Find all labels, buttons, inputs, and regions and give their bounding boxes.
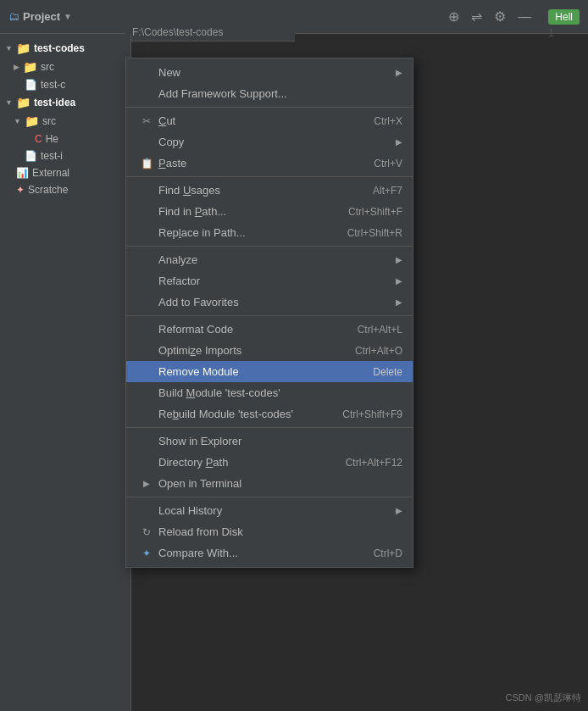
menu-item-show-in-explorer[interactable]: Show in Explorer	[126, 430, 413, 452]
terminal-icon: ▶	[140, 479, 153, 488]
menu-item-add-framework[interactable]: Add Framework Support...	[126, 83, 413, 104]
menu-label: Optimize Imports	[158, 344, 241, 357]
paste-shortcut: Ctrl+V	[374, 158, 402, 169]
menu-label: Add to Favorites	[158, 296, 239, 308]
hello-badge[interactable]: Hell	[548, 9, 580, 25]
find-usages-shortcut: Alt+F7	[373, 185, 402, 197]
sidebar-item-test-idea[interactable]: ▼ 📁 test-idea	[0, 93, 130, 112]
paste-icon: 📋	[140, 158, 153, 169]
sidebar-item-he[interactable]: C He	[0, 131, 130, 147]
menu-label: Find in Path...	[158, 205, 226, 218]
submenu-arrow: ▶	[396, 68, 402, 77]
menu-item-cut[interactable]: ✂ Cut Ctrl+X	[126, 110, 413, 131]
sidebar-item-src2[interactable]: ▼ 📁 src	[0, 112, 130, 131]
menu-item-paste[interactable]: 📋 Paste Ctrl+V	[126, 153, 413, 174]
sidebar-item-test-c[interactable]: 📄 test-c	[0, 76, 130, 93]
expand-arrow: ▼	[5, 98, 13, 107]
menu-label: Rebuild Module 'test-codes'	[158, 408, 293, 420]
submenu-arrow: ▶	[396, 297, 402, 307]
sidebar-label: He	[46, 133, 58, 145]
header-icons: ⊕ ⇌ ⚙ — Hell	[448, 8, 580, 25]
library-icon: 📊	[16, 167, 29, 179]
cut-icon: ✂	[140, 115, 153, 127]
header-dropdown-icon[interactable]: ▼	[64, 12, 72, 21]
menu-item-replace-in-path[interactable]: Replace in Path... Ctrl+Shift+R	[126, 222, 413, 243]
separator-3	[126, 246, 413, 247]
menu-item-build-module[interactable]: Build Module 'test-codes'	[126, 382, 413, 403]
target-icon[interactable]: ⊕	[448, 8, 459, 25]
folder-icon: 📁	[23, 60, 37, 74]
menu-label: Cut	[158, 114, 175, 127]
sidebar-label: test-codes	[34, 42, 85, 54]
menu-item-optimize-imports[interactable]: Optimize Imports Ctrl+Alt+O	[126, 340, 413, 361]
menu-item-compare-with[interactable]: ✦ Compare With... Ctrl+D	[126, 542, 413, 564]
minimize-icon[interactable]: —	[518, 9, 531, 25]
compare-shortcut: Ctrl+D	[374, 547, 402, 559]
menu-item-reload-from-disk[interactable]: ↻ Reload from Disk	[126, 521, 413, 542]
sidebar-item-test-codes[interactable]: ▼ 📁 test-codes	[0, 39, 130, 58]
separator-6	[126, 497, 413, 497]
menu-item-new[interactable]: New ▶	[126, 62, 413, 83]
menu-item-directory-path[interactable]: Directory Path Ctrl+Alt+F12	[126, 452, 413, 473]
sidebar-label: src	[42, 115, 56, 127]
sidebar-label: test-i	[41, 150, 63, 162]
submenu-arrow: ▶	[396, 137, 402, 147]
sidebar-item-scratche[interactable]: ✦ Scratche	[0, 181, 130, 198]
menu-label: Compare With...	[158, 547, 238, 559]
menu-item-reformat-code[interactable]: Reformat Code Ctrl+Alt+L	[126, 319, 413, 340]
separator-1	[126, 107, 413, 108]
settings-icon[interactable]: ⚙	[494, 8, 506, 25]
watermark: CSDN @凯瑟琳特	[506, 692, 581, 704]
file-icon: 📄	[25, 150, 37, 162]
scratch-icon: ✦	[16, 184, 25, 196]
menu-item-rebuild-module[interactable]: Rebuild Module 'test-codes' Ctrl+Shift+F…	[126, 403, 413, 425]
cut-shortcut: Ctrl+X	[374, 115, 402, 127]
menu-item-open-in-terminal[interactable]: ▶ Open in Terminal	[126, 473, 413, 494]
menu-item-local-history[interactable]: Local History ▶	[126, 500, 413, 521]
optimize-shortcut: Ctrl+Alt+O	[355, 345, 402, 357]
menu-item-remove-module[interactable]: Remove Module Delete	[126, 361, 413, 382]
folder-icon: 📁	[25, 114, 39, 128]
sidebar-item-test-i[interactable]: 📄 test-i	[0, 147, 130, 164]
rebuild-shortcut: Ctrl+Shift+F9	[342, 408, 402, 420]
menu-item-copy[interactable]: Copy ▶	[126, 131, 413, 153]
sidebar-item-src[interactable]: ▶ 📁 src	[0, 58, 130, 76]
menu-label: Build Module 'test-codes'	[158, 386, 280, 399]
menu-label: Copy	[158, 136, 184, 148]
header-title: Project	[23, 10, 60, 23]
reformat-shortcut: Ctrl+Alt+L	[358, 324, 402, 336]
expand-arrow: ▶	[14, 63, 19, 71]
menu-item-refactor[interactable]: Refactor ▶	[126, 270, 413, 292]
project-folder-icon: 🗂	[8, 10, 19, 23]
menu-label: Local History	[158, 504, 222, 517]
sidebar: ▼ 📁 test-codes ▶ 📁 src 📄 test-c ▼ 📁 test…	[0, 34, 131, 711]
menu-item-find-in-path[interactable]: Find in Path... Ctrl+Shift+F	[126, 201, 413, 222]
submenu-arrow: ▶	[396, 255, 402, 264]
find-in-path-shortcut: Ctrl+Shift+F	[348, 206, 402, 218]
separator-5	[126, 427, 413, 428]
menu-item-find-usages[interactable]: Find Usages Alt+F7	[126, 180, 413, 201]
menu-label: Reload from Disk	[158, 525, 243, 538]
menu-label: Reformat Code	[158, 323, 233, 336]
submenu-arrow: ▶	[396, 506, 402, 515]
replace-shortcut: Ctrl+Shift+R	[347, 227, 402, 239]
menu-item-add-to-favorites[interactable]: Add to Favorites ▶	[126, 292, 413, 313]
menu-label: Paste	[158, 157, 186, 169]
menu-label: Replace in Path...	[158, 226, 246, 239]
main-area: ▼ 📁 test-codes ▶ 📁 src 📄 test-c ▼ 📁 test…	[0, 34, 588, 711]
file-icon: 📄	[25, 79, 37, 91]
sidebar-label: External	[32, 167, 69, 179]
sidebar-item-external[interactable]: 📊 External	[0, 164, 130, 181]
sidebar-label: test-c	[41, 79, 65, 91]
menu-item-analyze[interactable]: Analyze ▶	[126, 249, 413, 270]
menu-label: Open in Terminal	[158, 477, 241, 490]
menu-label: Show in Explorer	[158, 435, 241, 447]
menu-label: Find Usages	[158, 184, 220, 197]
folder-icon: 📁	[16, 42, 31, 55]
sidebar-label: test-idea	[34, 97, 75, 108]
separator-4	[126, 315, 413, 316]
layout-icon[interactable]: ⇌	[471, 8, 482, 25]
submenu-arrow: ▶	[396, 276, 402, 286]
folder-icon: 📁	[16, 96, 31, 109]
menu-label: Refactor	[158, 275, 200, 287]
